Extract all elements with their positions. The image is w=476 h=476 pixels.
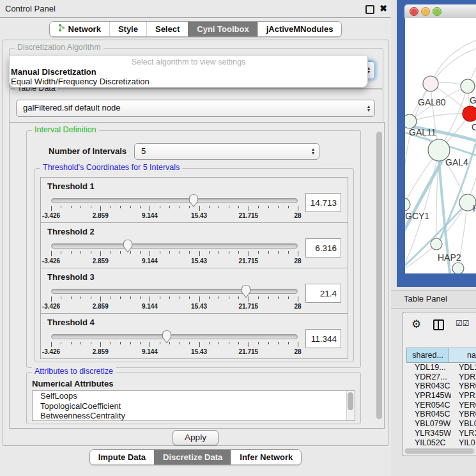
tick-mark [140, 296, 141, 299]
tick-mark [219, 342, 219, 344]
tick-mark [249, 296, 249, 302]
tick-mark [130, 206, 131, 208]
tab-label: Infer Network [240, 450, 293, 464]
cell-name[interactable]: YBR0 [451, 381, 476, 391]
network-node[interactable] [405, 114, 417, 128]
column-header-name[interactable]: na [449, 348, 476, 363]
attribute-list-item[interactable]: TopologicalCoefficient [33, 401, 355, 411]
network-node[interactable] [461, 79, 475, 93]
table-row[interactable]: YER054CYER0 [406, 401, 476, 410]
slider-track[interactable] [51, 334, 298, 339]
cell-name[interactable]: YIL0 [451, 438, 476, 448]
threshold-value-field[interactable]: 6.316 [305, 238, 341, 257]
slider-ticks [51, 251, 298, 256]
checkbox-columns-icon[interactable]: ☑☑ [456, 319, 470, 328]
tick-label: 21.715 [239, 257, 259, 265]
tick-mark [199, 206, 200, 211]
table-row[interactable]: YPR145WYPR1 [406, 391, 476, 401]
cell-shared-name[interactable]: YBL079W [406, 419, 451, 429]
network-node[interactable] [431, 238, 442, 250]
network-canvas[interactable]: GAL80GACGAL11GAL4GCY1HHAP2 [405, 18, 476, 273]
table-row[interactable]: YDR27...YDR2 [406, 372, 476, 382]
threshold-slider[interactable]: -3.4262.8599.14415.4321.71528 [51, 330, 298, 357]
attribute-list-item[interactable]: SelfLoops [33, 391, 355, 401]
table-row[interactable]: YDL19...YDL1 [406, 363, 476, 372]
slider-track[interactable] [51, 198, 298, 203]
attribute-list-item[interactable]: BetweennessCentrality [33, 411, 355, 421]
tick-mark [91, 296, 91, 299]
table-row[interactable]: YLR345WYLR3 [406, 429, 476, 438]
table-row[interactable]: YBR045CYBR0 [406, 410, 476, 419]
cell-shared-name[interactable]: YIL052C [406, 438, 451, 448]
gear-icon[interactable]: ⚙ [411, 318, 421, 331]
tick-mark [268, 206, 269, 208]
close-traffic-light-icon[interactable] [410, 7, 418, 16]
tick-mark [51, 296, 52, 302]
algorithm-option[interactable]: Manual Discretization [10, 67, 367, 77]
tick-mark [288, 342, 289, 344]
cell-name[interactable]: YDL1 [451, 363, 476, 372]
tick-mark [100, 251, 101, 256]
attributes-scrollbar[interactable] [346, 391, 355, 420]
close-icon[interactable]: ✖ [380, 3, 387, 15]
tick-mark [160, 296, 160, 299]
table-horizontal-scrollbar[interactable] [404, 448, 475, 454]
tick-mark [298, 206, 298, 211]
cell-shared-name[interactable]: YBR043C [406, 381, 451, 391]
cell-shared-name[interactable]: YPR145W [406, 391, 451, 401]
tab-jactivemnodules[interactable]: jActiveMNodules [257, 22, 342, 36]
cell-name[interactable]: YPR1 [451, 391, 476, 401]
tick-label: 15.43 [191, 212, 207, 219]
minimize-traffic-light-icon[interactable] [421, 7, 430, 16]
cell-name[interactable]: YDR2 [451, 372, 476, 382]
zoom-traffic-light-icon[interactable] [433, 7, 441, 16]
threshold-value-field[interactable]: 21.4 [305, 284, 341, 303]
tab-style[interactable]: Style [109, 22, 146, 36]
number-of-intervals-spinner[interactable]: 5 ▴▾ [134, 143, 319, 160]
table-row[interactable]: YBR043CYBR0 [406, 381, 476, 391]
tab-network[interactable]: Network [50, 22, 109, 36]
network-node[interactable] [423, 76, 438, 91]
tab-cyni-toolbox[interactable]: Cyni Toolbox [188, 22, 257, 36]
cell-name[interactable]: YBR0 [451, 410, 476, 419]
slider-track[interactable] [51, 289, 298, 294]
cell-shared-name[interactable]: YLR345W [406, 429, 451, 438]
cell-shared-name[interactable]: YDR27... [406, 372, 451, 382]
slider-track[interactable] [51, 243, 298, 249]
split-pane-icon[interactable] [433, 319, 444, 330]
tick-label: -3.426 [42, 348, 60, 355]
network-edge[interactable] [405, 150, 439, 270]
network-edge[interactable] [431, 40, 476, 84]
tab-discretize-data[interactable]: Discretize Data [154, 450, 231, 464]
table-row[interactable]: YIL052CYIL0 [406, 438, 476, 448]
node-table: shared... na YDL19...YDL1YDR27...YDR2YBR… [406, 348, 476, 448]
cell-shared-name[interactable]: YDL19... [406, 363, 451, 372]
threshold-slider[interactable]: -3.4262.8599.14415.4321.71528 [51, 194, 298, 221]
column-header-shared-name[interactable]: shared... [406, 348, 449, 363]
threshold-value-field[interactable]: 14.713 [305, 193, 341, 212]
top-tabbar: NetworkStyleSelectCyni ToolboxjActiveMNo… [0, 21, 391, 37]
tab-select[interactable]: Select [146, 22, 188, 36]
cell-name[interactable]: YBL0 [451, 419, 476, 429]
threshold-slider[interactable]: -3.4262.8599.14415.4321.71528 [51, 285, 298, 312]
apply-button[interactable]: Apply [173, 430, 219, 445]
tick-mark [189, 206, 190, 208]
table-row[interactable]: YBL079WYBL0 [406, 419, 476, 429]
algorithm-option[interactable]: Equal Width/Frequency Discretization [10, 77, 367, 86]
threshold-value-field[interactable]: 11.344 [305, 329, 341, 348]
cell-shared-name[interactable]: YBR045C [406, 410, 451, 419]
threshold-slider[interactable]: -3.4262.8599.14415.4321.71528 [51, 240, 298, 266]
tick-label: 28 [294, 212, 301, 219]
tick-label: 28 [294, 257, 301, 265]
cell-name[interactable]: YLR3 [451, 429, 476, 438]
cell-shared-name[interactable]: YER054C [406, 401, 451, 410]
network-node[interactable] [452, 263, 464, 273]
tab-impute-data[interactable]: Impute Data [90, 450, 154, 464]
settings-vertical-scrollbar[interactable] [376, 128, 383, 423]
tab-infer-network[interactable]: Infer Network [231, 450, 301, 464]
cell-name[interactable]: YER0 [451, 401, 476, 410]
network-node[interactable] [405, 198, 410, 211]
float-window-icon[interactable] [365, 5, 374, 14]
network-node[interactable] [463, 106, 476, 121]
table-data-combobox[interactable]: galFiltered.sif default node ▴▾ [16, 100, 375, 117]
